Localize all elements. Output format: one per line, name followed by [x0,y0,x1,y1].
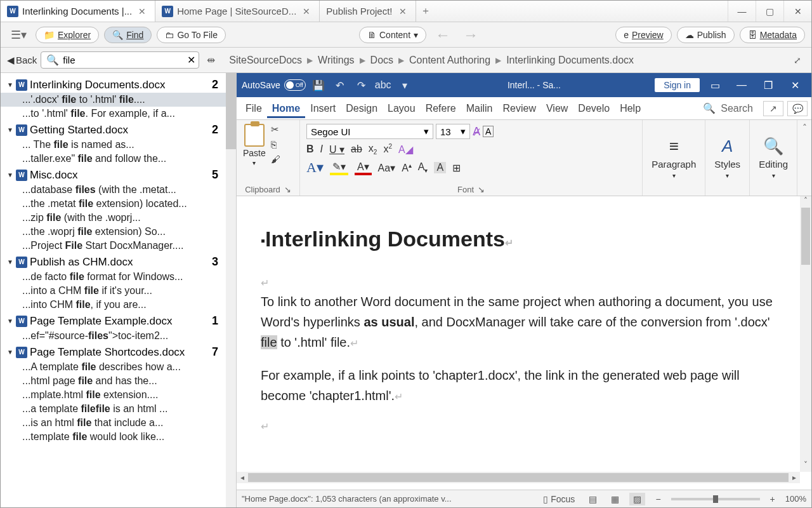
save-icon[interactable]: 💾 [310,79,327,91]
read-mode-icon[interactable]: ▤ [585,494,601,504]
collapse-ribbon-icon[interactable]: ˄ [797,120,811,196]
copy-icon[interactable]: ⎘ [271,139,280,150]
tab-publish[interactable]: Publish Project! ✕ [320,1,416,22]
ribbon-tab-design[interactable]: Design [341,99,383,118]
search-input[interactable] [63,55,183,65]
shrink-font-icon[interactable]: A▾ [418,161,428,174]
preview-button[interactable]: ePreview [615,27,672,43]
split-icon[interactable]: ⇹ [203,54,219,66]
result-line[interactable]: ...mplate.html file extension.... [1,388,236,402]
result-line[interactable]: ...A template file describes how a... [1,360,236,374]
tell-me-search[interactable]: 🔍Search [697,102,759,114]
result-line[interactable]: ...is an html file that include a... [1,416,236,430]
nav-forward-icon[interactable]: → [459,26,482,44]
close-button[interactable]: ✕ [783,1,811,22]
change-case-icon[interactable]: A [483,126,494,137]
word-minimize-icon[interactable]: — [730,79,753,91]
ribbon-tab-developer[interactable]: Develo [573,99,615,118]
ribbon-tab-layout[interactable]: Layou [383,99,421,118]
horizontal-scrollbar[interactable]: ◂▸ [237,472,800,483]
result-line[interactable]: ...html page file and has the... [1,374,236,388]
result-line[interactable]: ... The file is named as... [1,138,236,152]
result-line[interactable]: ...to '.html' file. For example, if a... [1,107,236,121]
close-icon[interactable]: ✕ [396,6,409,17]
ribbon-mode-icon[interactable]: ▭ [704,79,726,91]
tab-homepage[interactable]: W Home Page | SiteSourceD... ✕ [155,1,320,22]
result-line[interactable]: ...into a CHM file if it's your... [1,284,236,298]
redo-icon[interactable]: ↷ [353,79,370,91]
paragraph-group[interactable]: ≡ Paragraph▾ [643,120,705,196]
crumb[interactable]: Docs [370,55,393,66]
result-line[interactable]: ...the .metat file extension) located... [1,197,236,211]
publish-button[interactable]: ☁Publish [677,27,735,43]
strike-button[interactable]: ab [351,144,362,155]
font-color-button[interactable]: A▾ [355,161,372,175]
border-icon[interactable]: ⊞ [452,162,461,174]
print-layout-icon[interactable]: ▦ [607,494,623,504]
minimize-button[interactable]: — [728,1,756,22]
maximize-button[interactable]: ▢ [756,1,783,22]
crumb[interactable]: Writings [318,55,355,66]
expand-icon[interactable]: ⤢ [790,55,805,65]
crumb[interactable]: Interlinking Documents.docx [506,55,634,66]
ribbon-tab-review[interactable]: Review [497,99,540,118]
search-box[interactable]: 🔍 ✕ [41,51,199,69]
zoom-in-button[interactable]: + [766,494,779,504]
word-restore-icon[interactable]: ❐ [757,79,780,91]
zoom-out-button[interactable]: − [652,494,664,504]
editing-group[interactable]: 🔍 Editing▾ [750,120,797,196]
web-layout-icon[interactable]: ▨ [629,493,645,505]
undo-icon[interactable]: ↶ [331,79,349,91]
grow-font-icon[interactable]: A▴ [402,162,412,174]
autosave-toggle[interactable]: AutoSave Off [242,79,306,91]
result-file-header[interactable]: ▼ W Interlinking Documents.docx2 [1,76,236,93]
close-icon[interactable]: ✕ [136,6,148,17]
ribbon-tab-insert[interactable]: Insert [305,99,341,118]
result-line[interactable]: ...'.docx' file to '.html' file.... [1,93,236,107]
explorer-button[interactable]: 📁Explorer [36,27,99,43]
text-effects-button[interactable]: A▾ [306,159,324,176]
result-line[interactable]: ...database files (with the .metat... [1,183,236,197]
result-line[interactable]: ...ef="#source-files">toc-item2... [1,329,236,343]
tab-interlinking[interactable]: W Interlinking Documents |... ✕ [1,1,155,22]
ribbon-tab-file[interactable]: File [240,99,267,118]
result-line[interactable]: ...a template filefile is an html ... [1,402,236,416]
shading-icon[interactable]: A [434,162,446,173]
superscript-button[interactable]: x2 [383,143,392,155]
ribbon-tab-mailings[interactable]: Mailin [461,99,498,118]
nav-back-icon[interactable]: ← [431,26,454,44]
paste-button[interactable]: Paste▾ [243,124,266,166]
ribbon-tab-references[interactable]: Refere [421,99,461,118]
dialog-launcher-icon[interactable]: ↘ [478,185,485,194]
focus-mode-button[interactable]: ▯ Focus [539,494,579,504]
dialog-launcher-icon[interactable]: ↘ [284,185,291,194]
ribbon-tab-home[interactable]: Home [267,99,305,118]
find-button[interactable]: 🔍Find [104,27,152,43]
zoom-slider[interactable] [671,498,760,500]
scrollbar[interactable] [226,73,236,507]
result-line[interactable]: ...Project File Start DocxManager.... [1,239,236,253]
highlight-button[interactable]: ✎▾ [330,161,348,175]
font-name-combo[interactable]: Segoe UI▾ [306,124,433,139]
result-file-header[interactable]: ▼ W Page Template Shortcodes.docx7 [1,343,236,360]
result-line[interactable]: ...into CHM file, if you are... [1,298,236,312]
cut-icon[interactable]: ✂ [271,124,280,135]
crumb[interactable]: SiteSourceDocs [229,55,302,66]
close-icon[interactable]: ✕ [300,6,313,17]
content-dropdown[interactable]: 🗎Content ▾ [359,27,426,43]
text-effects-icon[interactable]: A◢ [398,144,413,156]
back-button[interactable]: ◀Back [7,55,37,66]
word-close-icon[interactable]: ✕ [783,79,806,91]
menu-icon[interactable]: ☰▾ [7,28,30,42]
result-file-header[interactable]: ▼ W Publish as CHM.docx3 [1,253,236,270]
result-line[interactable]: ...template file would look like... [1,430,236,444]
ribbon-tab-view[interactable]: View [541,99,573,118]
result-line[interactable]: ...taller.exe" file and follow the... [1,152,236,166]
result-line[interactable]: ...zip file (with the .woprj... [1,211,236,225]
goto-file-button[interactable]: 🗀Go To File [157,27,226,43]
italic-button[interactable]: I [320,144,323,155]
bold-button[interactable]: B [306,144,314,155]
crumb[interactable]: Content Authoring [409,55,490,66]
clear-format-icon[interactable]: A̷ [473,124,480,138]
metadata-button[interactable]: 🗄Metadata [740,27,805,43]
